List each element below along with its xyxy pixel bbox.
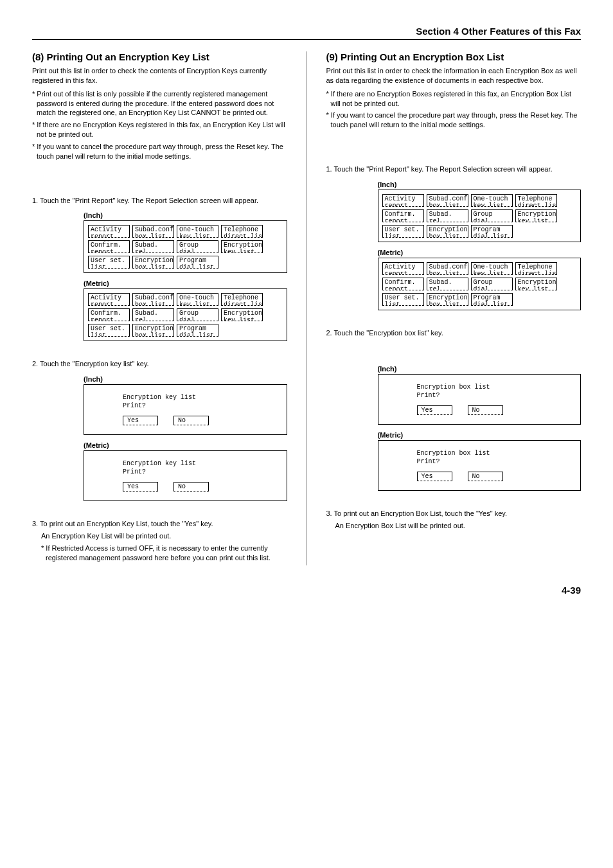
left-note-2: * If there are no Encryption Keys regist… [32, 120, 287, 139]
panel-btn[interactable]: One-touch key list [471, 262, 513, 275]
panel-btn[interactable]: Encryption box list [427, 293, 468, 306]
panel-btn[interactable]: Program dial list [471, 293, 513, 306]
panel-btn[interactable]: Encryption key list [221, 308, 263, 321]
left-report-panel-metric: Activity report Subad.conf box list One-… [84, 288, 287, 341]
right-metric-label-2: (Metric) [378, 431, 582, 439]
right-report-panel-inch: Activity report Subad.conf box list One-… [378, 190, 582, 242]
right-intro: Print out this list in order to check th… [326, 66, 582, 85]
left-inch-label-1: (Inch) [84, 211, 287, 219]
column-divider [306, 51, 307, 565]
panel-btn[interactable]: Subad. rel box list [132, 308, 174, 321]
right-confirm-panel-metric: Encryption box list Print? Yes No [378, 440, 582, 491]
page-header: Section 4 Other Features of this Fax [32, 26, 581, 40]
no-button[interactable]: No [468, 405, 503, 415]
panel-btn[interactable]: Encryption key list [221, 240, 263, 253]
confirm-line1: Encryption box list [417, 450, 542, 457]
panel-btn[interactable]: Group dial List [471, 278, 513, 290]
confirm-line2: Print? [123, 402, 248, 409]
panel-btn[interactable]: User set. list [88, 324, 130, 337]
left-note-1: * Print out of this list is only possibl… [32, 89, 287, 118]
panel-btn[interactable]: Subad. rel box list [132, 240, 174, 253]
panel-btn[interactable]: Confirm. report [382, 209, 424, 222]
right-note-1: * If there are no Encryption Boxes regis… [326, 89, 582, 109]
panel-btn[interactable]: Telephone direct.list [515, 194, 557, 207]
panel-btn[interactable]: Program dial list [471, 225, 513, 238]
left-section-title: (8) Printing Out an Encryption Key List [32, 51, 287, 62]
panel-btn[interactable]: Activity report [382, 194, 424, 207]
panel-btn[interactable]: Subad.conf box list [132, 225, 174, 238]
confirm-line1: Encryption box list [417, 384, 542, 391]
panel-btn[interactable]: User set. list [88, 256, 130, 269]
panel-btn[interactable]: Encryption box list [427, 225, 468, 238]
panel-btn[interactable]: Telephone direct.list [221, 225, 263, 238]
panel-btn[interactable]: Subad.conf box list [132, 293, 174, 306]
panel-btn[interactable]: Telephone direct.list [221, 293, 263, 306]
yes-button[interactable]: Yes [417, 405, 452, 415]
panel-btn[interactable]: Confirm. report [88, 308, 130, 321]
left-step-2: 2. Touch the "Encryption key list" key. [32, 359, 287, 369]
confirm-line1: Encryption key list [123, 460, 248, 467]
right-inch-label-1: (Inch) [378, 181, 582, 188]
right-note-2: * If you want to cancel the procedure pa… [326, 111, 582, 130]
right-metric-label-1: (Metric) [378, 249, 582, 256]
confirm-line2: Print? [123, 468, 248, 475]
right-step-3: 3. To print out an Encryption Box List, … [326, 509, 582, 518]
panel-btn[interactable]: Activity report [88, 293, 130, 306]
panel-btn[interactable]: Encryption key list [515, 278, 557, 290]
no-button[interactable]: No [173, 416, 209, 425]
panel-btn[interactable]: Activity report [382, 262, 424, 275]
panel-btn[interactable]: Confirm. report [382, 278, 424, 290]
left-note-3: * If you want to cancel the procedure pa… [32, 142, 287, 161]
confirm-line2: Print? [417, 458, 542, 465]
panel-btn[interactable]: Telephone direct.list [515, 262, 557, 275]
yes-button[interactable]: Yes [417, 472, 452, 481]
left-column: (8) Printing Out an Encryption Key List … [32, 51, 287, 565]
yes-button[interactable]: Yes [123, 416, 158, 425]
panel-btn[interactable]: Program dial list [177, 256, 218, 269]
panel-btn[interactable]: User set. list [382, 225, 424, 238]
no-button[interactable]: No [468, 472, 503, 481]
panel-btn[interactable]: Group dial List [471, 209, 513, 222]
left-inch-label-2: (Inch) [84, 375, 287, 383]
panel-btn[interactable]: One-touch key list [471, 194, 513, 207]
panel-btn[interactable]: Activity report [88, 225, 130, 238]
panel-btn[interactable]: One-touch key list [177, 293, 218, 306]
left-confirm-panel-inch: Encryption key list Print? Yes No [84, 384, 287, 435]
panel-btn[interactable]: Group dial List [177, 240, 218, 253]
panel-btn[interactable]: Encryption key list [515, 209, 557, 222]
left-step-1: 1. Touch the "Print Report" key. The Rep… [32, 196, 287, 206]
panel-btn[interactable]: Encryption box list [132, 324, 174, 337]
yes-button[interactable]: Yes [123, 482, 158, 492]
right-confirm-panel-inch: Encryption box list Print? Yes No [378, 374, 582, 425]
page-number: 4-39 [32, 585, 581, 596]
right-column: (9) Printing Out an Encryption Box List … [326, 51, 582, 565]
right-section-title: (9) Printing Out an Encryption Box List [326, 51, 582, 62]
panel-btn[interactable]: Subad. rel box list [427, 278, 468, 290]
left-step-3: 3. To print out an Encryption Key List, … [32, 519, 287, 529]
no-button[interactable]: No [173, 482, 209, 492]
left-intro: Print out this list in order to check th… [32, 66, 287, 85]
confirm-line2: Print? [417, 392, 542, 399]
panel-btn[interactable]: Subad.conf box list [427, 262, 468, 275]
confirm-line1: Encryption key list [123, 394, 248, 401]
left-step-3-note: * If Restricted Access is turned OFF, it… [32, 544, 287, 563]
left-metric-label-1: (Metric) [84, 279, 287, 287]
panel-btn[interactable]: Encryption box list [132, 256, 174, 269]
right-step-3b: An Encryption Box List will be printed o… [326, 521, 582, 531]
panel-btn[interactable]: One-touch key list [177, 225, 218, 238]
panel-btn[interactable]: User set. list [382, 293, 424, 306]
right-step-2: 2. Touch the "Encryption box list" key. [326, 328, 582, 338]
right-inch-label-2: (Inch) [378, 365, 582, 373]
panel-btn[interactable]: Confirm. report [88, 240, 130, 253]
panel-btn[interactable]: Subad. rel box list [427, 209, 468, 222]
right-step-1: 1. Touch the "Print Report" key. The Rep… [326, 164, 582, 174]
left-metric-label-2: (Metric) [84, 441, 287, 449]
panel-btn[interactable]: Group dial List [177, 308, 218, 321]
left-report-panel-inch: Activity report Subad.conf box list One-… [84, 220, 287, 273]
panel-btn[interactable]: Program dial list [177, 324, 218, 337]
panel-btn[interactable]: Subad.conf box list [427, 194, 468, 207]
left-confirm-panel-metric: Encryption key list Print? Yes No [84, 450, 287, 501]
right-report-panel-metric: Activity report Subad.conf box list One-… [378, 258, 582, 310]
left-step-3b: An Encryption Key List will be printed o… [32, 531, 287, 541]
two-column-layout: (8) Printing Out an Encryption Key List … [32, 51, 581, 565]
